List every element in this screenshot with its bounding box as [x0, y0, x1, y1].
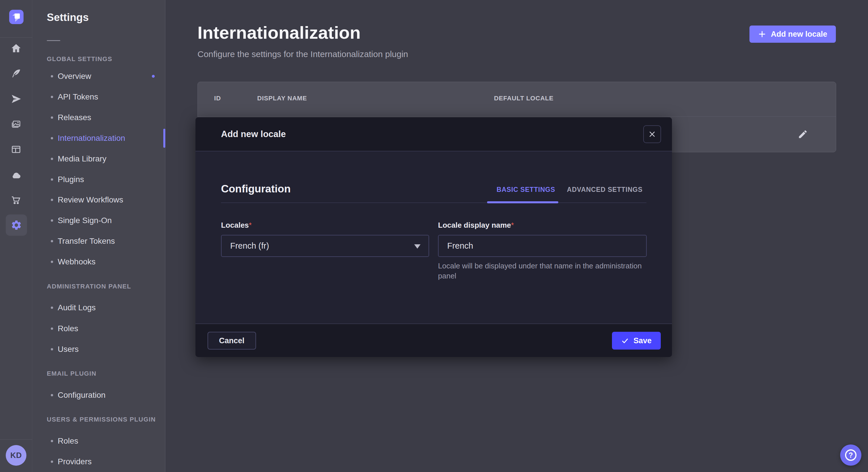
check-icon [621, 337, 629, 345]
sidebar-item-label: Audit Logs [58, 303, 96, 312]
sidebar-item-api-tokens[interactable]: API Tokens [47, 91, 165, 103]
paper-plane-icon[interactable] [8, 91, 24, 107]
sidebar-item-media-library[interactable]: Media Library [47, 153, 165, 165]
sidebar-item-label: Media Library [58, 154, 106, 164]
sidebar-item-label: Single Sign-On [58, 216, 112, 225]
sidebar-item-label: Overview [58, 72, 91, 81]
active-indicator [163, 129, 165, 148]
question-circle-icon: ? [845, 449, 857, 461]
sidebar-item-overview[interactable]: Overview [47, 70, 165, 82]
add-locale-modal: Add new locale Configuration BASIC SETTI… [195, 117, 672, 357]
sidebar-item-label: Review Workflows [58, 195, 123, 204]
sidebar-item-label: Configuration [58, 391, 105, 400]
home-icon[interactable] [8, 40, 24, 56]
sidebar-item-internationalization[interactable]: Internationalization [47, 132, 165, 144]
sidebar-item-plugins[interactable]: Plugins [47, 173, 165, 186]
settings-sidebar: Settings GLOBAL SETTINGS Overview API To… [33, 0, 165, 472]
display-name-input[interactable] [438, 235, 647, 257]
tab-basic-settings[interactable]: BASIC SETTINGS [497, 186, 555, 194]
bullet-icon [51, 158, 53, 160]
cart-icon[interactable] [8, 192, 24, 208]
locales-field: Locales* French (fr) [221, 221, 429, 257]
sidebar-item-releases[interactable]: Releases [47, 111, 165, 124]
sidebar-item-transfer-tokens[interactable]: Transfer Tokens [47, 235, 165, 247]
bullet-icon [51, 137, 53, 139]
add-new-locale-label: Add new locale [771, 30, 827, 39]
save-button[interactable]: Save [612, 332, 661, 349]
plus-icon [758, 30, 766, 38]
display-name-field: Locale display name* Locale will be disp… [438, 221, 647, 281]
pencil-icon[interactable] [796, 127, 810, 141]
bullet-icon [51, 440, 53, 442]
required-asterisk: * [249, 221, 252, 229]
section-header-users-permissions-plugin: USERS & PERMISSIONS PLUGIN [47, 415, 156, 424]
sidebar-item-label: Providers [58, 457, 92, 466]
rail-bottom-divider [0, 439, 32, 440]
close-icon [648, 131, 656, 138]
avatar[interactable]: KD [6, 445, 26, 466]
bullet-icon [51, 307, 53, 309]
bullet-icon [51, 240, 53, 242]
sidebar-item-configuration[interactable]: Configuration [47, 389, 165, 401]
images-icon[interactable] [8, 116, 24, 133]
sidebar-item-audit-logs[interactable]: Audit Logs [47, 301, 165, 314]
section-header-administration-panel: ADMINISTRATION PANEL [47, 282, 131, 291]
bullet-icon [51, 348, 53, 350]
save-label: Save [633, 336, 652, 345]
close-button[interactable] [643, 125, 661, 143]
bullet-icon [51, 199, 53, 201]
sidebar-item-label: API Tokens [58, 92, 98, 102]
sidebar-item-review-workflows[interactable]: Review Workflows [47, 194, 165, 206]
add-new-locale-button[interactable]: Add new locale [749, 26, 836, 43]
section-header-email-plugin: EMAIL PLUGIN [47, 370, 96, 378]
sidebar-item-label: Webhooks [58, 257, 96, 266]
bullet-icon [51, 261, 53, 263]
bullet-icon [51, 220, 53, 222]
configuration-heading: Configuration [221, 183, 291, 195]
sidebar-item-label: Roles [58, 324, 79, 333]
tabs-divider [221, 202, 646, 203]
column-header-id: ID [214, 95, 221, 102]
page-title: Internationalization [197, 22, 361, 43]
sidebar-title: Settings [47, 11, 89, 24]
sidebar-item-label: Plugins [58, 175, 84, 184]
sidebar-item-roles-admin[interactable]: Roles [47, 322, 165, 335]
rail-divider [0, 37, 32, 38]
sidebar-item-roles-up[interactable]: Roles [47, 435, 165, 447]
active-tab-underline [487, 201, 558, 203]
sidebar-item-label: Users [58, 345, 79, 354]
cloud-icon[interactable] [8, 167, 24, 183]
table-row-divider [198, 116, 836, 117]
sidebar-item-users[interactable]: Users [47, 343, 165, 356]
feather-icon[interactable] [8, 66, 24, 82]
bullet-icon [51, 116, 53, 119]
sidebar-item-single-sign-on[interactable]: Single Sign-On [47, 214, 165, 227]
sidebar-item-label: Roles [58, 436, 79, 446]
tab-advanced-settings[interactable]: ADVANCED SETTINGS [567, 186, 643, 194]
cancel-button[interactable]: Cancel [208, 332, 256, 349]
gear-icon[interactable] [6, 214, 27, 236]
sidebar-item-providers[interactable]: Providers [47, 456, 165, 468]
column-header-display-name: DISPLAY NAME [257, 95, 307, 102]
help-button[interactable]: ? [840, 444, 861, 466]
title-underline [47, 40, 60, 41]
bullet-icon [51, 461, 53, 463]
app-screen: KD Settings GLOBAL SETTINGS Overview API… [0, 0, 868, 472]
bullet-icon [51, 75, 53, 77]
required-asterisk: * [511, 221, 514, 229]
bullet-icon [51, 328, 53, 330]
strapi-logo-icon[interactable] [9, 10, 24, 24]
section-header-global-settings: GLOBAL SETTINGS [47, 55, 112, 63]
modal-title: Add new locale [221, 129, 286, 139]
locales-label-text: Locales [221, 221, 249, 229]
locales-label: Locales* [221, 224, 252, 229]
chevron-down-icon [414, 244, 421, 248]
locales-select[interactable]: French (fr) [221, 235, 429, 257]
modal-footer: Cancel Save [195, 324, 672, 357]
layout-icon[interactable] [8, 141, 24, 158]
sidebar-item-webhooks[interactable]: Webhooks [47, 256, 165, 268]
display-name-hint: Locale will be displayed under that name… [438, 261, 642, 281]
display-name-label-text: Locale display name [438, 221, 511, 229]
modal-body: Configuration BASIC SETTINGS ADVANCED SE… [195, 152, 672, 323]
icon-rail: KD [0, 0, 32, 472]
